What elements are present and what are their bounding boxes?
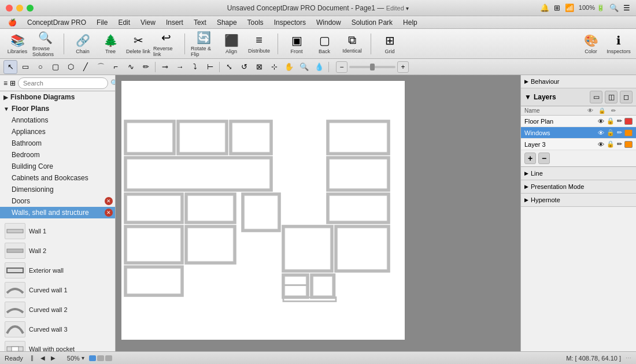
- menu-solution-park[interactable]: Solution Park: [347, 17, 397, 28]
- sidebar-search-button[interactable]: 🔍: [110, 77, 116, 90]
- layer-row-layer3[interactable]: Layer 3 👁 🔒 ✏: [521, 139, 636, 150]
- delete-link-button[interactable]: ✂ Delete link: [125, 31, 151, 57]
- sidebar-list-view[interactable]: ≡: [3, 77, 8, 90]
- distribute-button[interactable]: ≡ Distribute: [246, 31, 272, 57]
- layers-view-btn-3[interactable]: ◻: [620, 91, 633, 103]
- curve-tool[interactable]: ⌒: [94, 60, 108, 74]
- libraries-button[interactable]: 📚 Libraries: [5, 31, 30, 57]
- inspectors-button[interactable]: ℹ Inspectors: [606, 31, 631, 57]
- shape-item-curved-wall3[interactable]: Curved wall 3: [2, 320, 113, 339]
- tree-button[interactable]: 🌲 Tree: [98, 31, 123, 57]
- pen-tool[interactable]: ✏: [139, 60, 153, 74]
- layers-view-btn-1[interactable]: ▭: [590, 91, 602, 103]
- hypernote-header[interactable]: ▶ Hypernote: [521, 194, 636, 206]
- line-tool[interactable]: ╱: [79, 60, 93, 74]
- rotate-tool[interactable]: ↺: [237, 60, 251, 74]
- sidebar-item-annotations[interactable]: Annotations: [0, 114, 115, 126]
- connector-tool[interactable]: ⊸: [158, 60, 172, 74]
- search-icon[interactable]: 🔍: [609, 3, 619, 12]
- behaviour-header[interactable]: ▶ Behaviour: [521, 75, 636, 88]
- windows-print-icon[interactable]: ✏: [617, 129, 622, 136]
- zoom-dropdown-icon[interactable]: ▾: [82, 355, 84, 361]
- polyline-tool[interactable]: ⌐: [109, 60, 123, 74]
- minimize-button[interactable]: [16, 5, 23, 12]
- menu-view[interactable]: View: [136, 17, 160, 28]
- align-button[interactable]: ⬛ Align: [219, 31, 244, 57]
- grid-icon[interactable]: ⊞: [554, 3, 560, 12]
- node-tool[interactable]: ⊹: [267, 60, 281, 74]
- next-page-button[interactable]: ▶: [49, 354, 58, 363]
- layer3-vis-icon[interactable]: 👁: [598, 141, 604, 148]
- windows-color[interactable]: [624, 129, 633, 136]
- floor-plan-color[interactable]: [624, 118, 633, 125]
- sidebar-item-doors[interactable]: Doors ✕: [0, 195, 115, 207]
- floor-plan-vis-icon[interactable]: 👁: [598, 118, 604, 125]
- canvas-area[interactable]: [116, 75, 520, 351]
- menu-file[interactable]: File: [92, 17, 112, 28]
- windows-lock-icon[interactable]: 🔒: [607, 129, 615, 136]
- zoom-slider-thumb[interactable]: [370, 64, 375, 70]
- layer3-print-icon[interactable]: ✏: [617, 140, 622, 148]
- sidebar-item-bathroom[interactable]: Bathroom: [0, 138, 115, 149]
- bezier-tool[interactable]: ∿: [124, 60, 138, 74]
- menu-window[interactable]: Window: [312, 17, 346, 28]
- notification-icon[interactable]: 🔔: [540, 3, 549, 12]
- tree-section-fishbone-header[interactable]: ▶ Fishbone Diagrams: [0, 91, 115, 103]
- polygon-tool[interactable]: ⬡: [64, 60, 77, 74]
- eyedropper-tool[interactable]: 💧: [312, 60, 326, 74]
- remove-layer-button[interactable]: −: [538, 153, 550, 164]
- shape-item-curved-wall1[interactable]: Curved wall 1: [2, 280, 113, 300]
- page-dot-1[interactable]: [89, 355, 96, 361]
- layers-view-btn-2[interactable]: ◫: [605, 91, 617, 103]
- sidebar-item-cabinets[interactable]: Cabinets and Bookcases: [0, 172, 115, 184]
- menu-text[interactable]: Text: [189, 17, 211, 28]
- menu-app[interactable]: ConceptDraw PRO: [23, 17, 91, 28]
- line-header[interactable]: ▶ Line: [521, 167, 636, 180]
- layer3-lock-icon[interactable]: 🔒: [607, 140, 615, 148]
- magnify-tool[interactable]: 🔍: [297, 60, 311, 74]
- sidebar-item-appliances[interactable]: Appliances: [0, 126, 115, 138]
- menu-edit[interactable]: Edit: [113, 17, 135, 28]
- presentation-header[interactable]: ▶ Presentation Mode: [521, 180, 636, 193]
- reverse-link-button[interactable]: ↩ Reverse link: [153, 31, 179, 57]
- add-layer-button[interactable]: +: [524, 153, 536, 164]
- select-tool[interactable]: ↖: [3, 60, 17, 74]
- ellipse-tool[interactable]: ○: [34, 60, 47, 74]
- chain-button[interactable]: 🔗 Chain: [70, 31, 95, 57]
- browse-solutions-button[interactable]: 🔍 Browse Solutions: [32, 31, 58, 57]
- layer-row-floor-plan[interactable]: Floor Plan 👁 🔒 ✏: [521, 116, 636, 127]
- search-input[interactable]: [18, 77, 108, 89]
- zoom-in-button[interactable]: +: [397, 61, 409, 73]
- layer3-color[interactable]: [624, 141, 633, 148]
- front-button[interactable]: ▣ Front: [284, 31, 309, 57]
- shape-item-curved-wall2[interactable]: Curved wall 2: [2, 300, 113, 320]
- zoom-out-button[interactable]: −: [336, 61, 347, 73]
- sidebar-item-building-core[interactable]: Building Core: [0, 161, 115, 172]
- floor-plan-lock-icon[interactable]: 🔒: [607, 117, 615, 125]
- pan-tool[interactable]: ✋: [282, 60, 296, 74]
- windows-vis-icon[interactable]: 👁: [598, 129, 604, 136]
- menu-help[interactable]: Help: [398, 17, 422, 28]
- sidebar-item-dimensioning[interactable]: Dimensioning: [0, 184, 115, 195]
- close-button[interactable]: [6, 5, 13, 12]
- floor-plan-print-icon[interactable]: ✏: [617, 117, 622, 125]
- shape-item-wall-pocket[interactable]: Wall with pocket: [2, 339, 113, 351]
- crop-tool[interactable]: ⊠: [252, 60, 266, 74]
- menu-inspectors[interactable]: Inspectors: [269, 17, 310, 28]
- zoom-slider[interactable]: [349, 66, 395, 68]
- back-button[interactable]: ▢ Back: [312, 31, 337, 57]
- roundrect-tool[interactable]: ▢: [49, 60, 62, 74]
- menu-apple[interactable]: 🍎: [3, 17, 21, 28]
- shape-item-exterior-wall[interactable]: Exterior wall: [2, 261, 113, 280]
- menu-shape[interactable]: Shape: [212, 17, 242, 28]
- page-dot-2[interactable]: [97, 355, 104, 361]
- sidebar-grid-view[interactable]: ⊞: [10, 77, 16, 90]
- step-connector[interactable]: ⊢: [203, 60, 217, 74]
- scroll-left-button[interactable]: ‖: [28, 354, 37, 363]
- menu-icon[interactable]: ☰: [623, 3, 630, 12]
- curved-connector[interactable]: ⤵: [188, 60, 202, 74]
- prev-page-button[interactable]: ◀: [38, 354, 47, 363]
- rect-tool[interactable]: ▭: [19, 60, 32, 74]
- grid-button[interactable]: ⊞ Grid: [377, 31, 402, 57]
- resize-tool[interactable]: ⤡: [222, 60, 236, 74]
